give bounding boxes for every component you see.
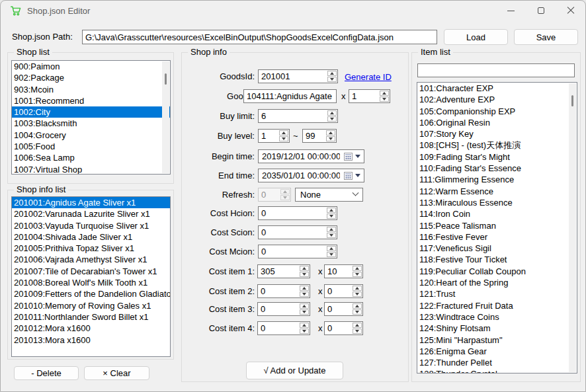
goodsid-input[interactable]: [259, 70, 327, 83]
shop-list[interactable]: 900:Paimon902:Package903:Mcoin1001:Recom…: [11, 60, 171, 175]
cost-item-4-id-input[interactable]: [258, 322, 299, 334]
item-list-item[interactable]: 120:Heart of the Spring: [417, 277, 577, 288]
shop-info-list-item[interactable]: 201011:Northlander Sword Billet x1: [12, 311, 170, 323]
cost-item-4-id-down-button[interactable]: [300, 329, 309, 334]
item-list-item[interactable]: 109:Fading Star's Might: [417, 151, 577, 163]
cost-item-2-id-spinner[interactable]: [257, 284, 310, 298]
buy-level-min-input[interactable]: [259, 130, 278, 142]
refresh-type-combobox[interactable]: None: [295, 188, 363, 202]
cost-scion-up-button[interactable]: [327, 227, 336, 232]
item-list-item[interactable]: 127:Thunder Pellet: [417, 357, 577, 368]
shop-list-item[interactable]: 1001:Recommend: [12, 95, 170, 106]
cost-item-1-count-input[interactable]: [325, 265, 352, 278]
cost-item-4-count-up-button[interactable]: [353, 323, 362, 328]
path-input[interactable]: [83, 30, 437, 44]
item-list-item[interactable]: 112:Warm Essence: [417, 186, 577, 197]
item-list-item[interactable]: 102:Adventure EXP: [417, 94, 577, 105]
item-list-item[interactable]: 119:Peculiar Collab Coupon: [417, 266, 577, 277]
cost-item-1-id-spinner[interactable]: [257, 264, 310, 278]
item-list-item[interactable]: 126:Enigma Gear: [417, 346, 577, 357]
item-list-item[interactable]: 111:Glimmering Essence: [417, 174, 577, 185]
cost-item-4-id-up-button[interactable]: [300, 323, 309, 328]
buy-level-min-spinner[interactable]: [258, 129, 290, 143]
begin-time-dropdown-button[interactable]: [340, 150, 364, 163]
clear-button[interactable]: × Clear: [84, 366, 149, 380]
cost-item-3-count-down-button[interactable]: [353, 309, 362, 315]
shop-info-list-item[interactable]: 201001:Agnidus Agate Sliver x1: [12, 197, 170, 208]
cost-hcion-up-button[interactable]: [327, 208, 336, 213]
cost-item-4-id-spinner[interactable]: [257, 321, 310, 335]
cost-item-1-id-down-button[interactable]: [300, 272, 309, 277]
shop-list-item[interactable]: 1003:Blacksmith: [12, 118, 170, 129]
load-button[interactable]: Load: [444, 29, 508, 45]
cost-hcion-down-button[interactable]: [327, 214, 336, 219]
item-list-item[interactable]: 118:Festive Tour Ticket: [417, 254, 577, 265]
item-list-item[interactable]: 123:Windtrace Coins: [417, 311, 577, 323]
shop-list-item[interactable]: 1007:Virtual Shop: [12, 164, 170, 175]
goods-count-spinner[interactable]: [349, 89, 390, 103]
item-list-item[interactable]: 122:Fractured Fruit Data: [417, 300, 577, 311]
shop-list-scroll-thumb[interactable]: [165, 73, 167, 85]
goodsid-down-button[interactable]: [327, 77, 337, 82]
shop-info-list-item[interactable]: 201005:Prithiva Topaz Sliver x1: [12, 243, 170, 254]
item-list-item[interactable]: 105:Companionship EXP: [417, 106, 577, 117]
cost-item-1-count-down-button[interactable]: [353, 272, 362, 277]
shop-list-item[interactable]: 1006:Sea Lamp: [12, 152, 170, 163]
cost-item-3-count-input[interactable]: [325, 303, 352, 315]
cost-scion-input[interactable]: [259, 226, 326, 239]
buy-limit-down-button[interactable]: [327, 116, 337, 122]
item-list-item[interactable]: 113:Miraculous Essence: [417, 197, 577, 208]
item-search-input[interactable]: [418, 64, 574, 77]
goodsid-up-button[interactable]: [327, 71, 337, 76]
buy-level-min-up-button[interactable]: [279, 130, 288, 136]
shop-list-item[interactable]: 903:Mcoin: [12, 84, 170, 95]
shop-info-list-item[interactable]: 201009:Fetters of the Dandelion Gladiato: [12, 288, 170, 299]
begin-time-picker[interactable]: [258, 149, 364, 163]
item-list-item[interactable]: 125:Mini "Harpastum": [417, 334, 577, 346]
shop-info-list-item[interactable]: 201002:Varunada Lazurite Sliver x1: [12, 208, 170, 219]
item-list-item[interactable]: 117:Veneficus Sigil: [417, 243, 577, 254]
cost-item-2-count-input[interactable]: [325, 285, 352, 297]
item-list-item[interactable]: 124:Shiny Flotsam: [417, 323, 577, 334]
save-button[interactable]: Save: [514, 29, 578, 45]
cost-mcion-down-button[interactable]: [327, 252, 336, 257]
item-list-item[interactable]: 115:Peace Talisman: [417, 220, 577, 231]
shop-list-item[interactable]: 900:Paimon: [12, 61, 170, 72]
shop-list-scrollbar[interactable]: [162, 61, 169, 173]
begin-time-input[interactable]: [259, 151, 340, 161]
cost-item-1-count-spinner[interactable]: [324, 264, 363, 278]
cost-hcion-input[interactable]: [259, 207, 326, 219]
cost-item-2-count-spinner[interactable]: [324, 284, 363, 298]
shop-info-list-item[interactable]: 201003:Vayuda Turquoise Sliver x1: [12, 220, 170, 231]
goods-input[interactable]: [244, 90, 336, 102]
shop-info-list-item[interactable]: 201004:Shivada Jade Sliver x1: [12, 231, 170, 243]
cost-item-3-id-input[interactable]: [258, 303, 299, 315]
shop-info-list-item[interactable]: 201006:Vajrada Amethyst Sliver x1: [12, 254, 170, 265]
cost-item-1-count-up-button[interactable]: [353, 266, 362, 271]
cost-item-1-id-input[interactable]: [258, 265, 299, 278]
cost-item-4-count-input[interactable]: [325, 322, 352, 334]
cost-item-1-id-up-button[interactable]: [300, 266, 309, 271]
cost-item-3-count-spinner[interactable]: [324, 302, 363, 316]
cost-item-3-id-spinner[interactable]: [257, 302, 310, 316]
shop-list-item[interactable]: 1005:Food: [12, 141, 170, 152]
goods-count-down-button[interactable]: [380, 97, 389, 102]
shop-list-item[interactable]: 902:Package: [12, 72, 170, 83]
buy-level-max-spinner[interactable]: [302, 129, 337, 143]
item-list-item[interactable]: 101:Character EXP: [417, 83, 577, 94]
goods-count-up-button[interactable]: [380, 91, 389, 96]
buy-level-min-down-button[interactable]: [279, 136, 288, 141]
cost-scion-down-button[interactable]: [327, 233, 336, 238]
cost-item-2-count-up-button[interactable]: [353, 286, 362, 291]
cost-item-2-id-up-button[interactable]: [300, 286, 309, 291]
end-time-input[interactable]: [259, 171, 340, 180]
shop-list-item[interactable]: 1004:Grocery: [12, 130, 170, 141]
close-button[interactable]: [556, 1, 585, 20]
item-list-item[interactable]: 110:Fading Star's Essence: [417, 163, 577, 174]
delete-button[interactable]: - Delete: [14, 366, 79, 380]
item-list-scrollbar[interactable]: [569, 83, 576, 372]
item-list-item[interactable]: 116:Festive Fever: [417, 231, 577, 243]
goods-count-input[interactable]: [349, 90, 379, 102]
goodsid-spinner[interactable]: [258, 69, 338, 83]
item-list-item[interactable]: 121:Trust: [417, 288, 577, 299]
